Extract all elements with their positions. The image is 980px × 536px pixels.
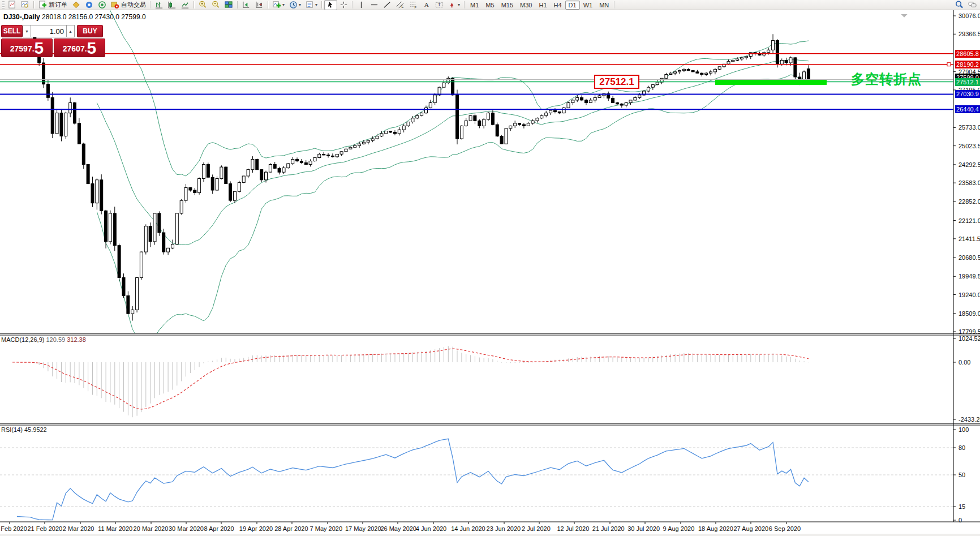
timeframe-m1-button[interactable]: M1 bbox=[467, 1, 482, 10]
toolbar-separator bbox=[237, 1, 238, 8]
timeframe-m30-button[interactable]: M30 bbox=[517, 1, 535, 10]
fibonacci-icon: F bbox=[409, 1, 418, 9]
timeframe-w1-button[interactable]: W1 bbox=[580, 1, 596, 10]
crosshair-icon bbox=[339, 1, 348, 9]
auto-scroll-button[interactable] bbox=[240, 0, 253, 10]
timeframe-mn-button[interactable]: MN bbox=[596, 1, 612, 10]
arrows-button[interactable]: ▾ bbox=[446, 0, 462, 10]
fibonacci-button[interactable]: F bbox=[407, 0, 420, 10]
search-button[interactable] bbox=[953, 0, 966, 10]
candlestick-chart-button[interactable] bbox=[166, 0, 179, 10]
timeframe-m5-button[interactable]: M5 bbox=[482, 1, 497, 10]
window-edge bbox=[0, 534, 980, 536]
mt4-terminal: 新订单自动交易▾▾▾EFAT▾M1M5M15M30H1H4D1W1MN DJ30… bbox=[0, 0, 980, 536]
sell-price-display[interactable]: 27597.5 bbox=[1, 38, 53, 57]
zoom-out-button[interactable] bbox=[209, 0, 222, 10]
ohlc-readout: 28018.0 28156.0 27430.0 27599.0 bbox=[42, 13, 146, 21]
volume-increase-button[interactable]: ▲ bbox=[66, 25, 75, 37]
chevron-down-icon[interactable]: ▾ bbox=[315, 2, 317, 7]
toolbar-separator bbox=[150, 1, 151, 8]
buy-button[interactable]: BUY bbox=[77, 25, 103, 37]
timeframe-m15-button[interactable]: M15 bbox=[498, 1, 517, 10]
price-tick: 18509.0 bbox=[958, 310, 980, 317]
line-handle[interactable] bbox=[947, 63, 951, 66]
date-label: 21 Feb 2020 bbox=[27, 525, 62, 532]
new-chart-button[interactable] bbox=[6, 0, 19, 10]
search-icon bbox=[955, 1, 964, 9]
timeframe-h4-button[interactable]: H4 bbox=[551, 1, 565, 10]
trendline-button[interactable] bbox=[381, 0, 394, 10]
profiles-button[interactable] bbox=[19, 0, 32, 10]
timeframe-h1-button[interactable]: H1 bbox=[535, 1, 550, 10]
price-badge-27030.9: 27030.9 bbox=[955, 90, 980, 98]
buy-price-main: 27607 bbox=[63, 41, 85, 56]
indicators-button[interactable]: ▾ bbox=[270, 0, 287, 10]
chat-button[interactable] bbox=[966, 0, 979, 10]
profiles-icon bbox=[21, 1, 29, 9]
chart-shift-button[interactable] bbox=[253, 0, 266, 10]
arrows-icon bbox=[448, 1, 457, 9]
signals-icon bbox=[98, 1, 106, 9]
toolbar-grip bbox=[2, 1, 5, 8]
price-tick: 17799.5 bbox=[958, 328, 980, 335]
macd-indicator-label: MACD(12,26,9) 120.59 312.38 bbox=[1, 336, 86, 343]
periods-button[interactable]: ▾ bbox=[287, 0, 303, 10]
new-order-button-label: 新订单 bbox=[49, 1, 67, 9]
auto-trading-button[interactable]: 自动交易 bbox=[109, 0, 148, 10]
one-click-trade-widget: SELL ▼ ▲ BUY 27597.5 27607.5 bbox=[1, 25, 106, 57]
volume-input[interactable] bbox=[31, 25, 66, 37]
date-label: 11 Mar 2020 bbox=[98, 525, 132, 532]
chevron-down-icon[interactable]: ▾ bbox=[458, 2, 460, 7]
text-label-icon: T bbox=[435, 1, 444, 9]
price-badge-28190.2: 28190.2 bbox=[955, 61, 980, 68]
date-label: 21 Jul 2020 bbox=[592, 525, 625, 532]
price-tick: 19240.0 bbox=[958, 291, 980, 298]
buy-price-display[interactable]: 27607.5 bbox=[54, 38, 105, 57]
text-label-button[interactable]: T bbox=[433, 0, 446, 10]
pivot-band[interactable] bbox=[715, 80, 827, 85]
quotes-button[interactable] bbox=[70, 0, 83, 10]
svg-text:E: E bbox=[401, 5, 403, 8]
pivot-price-annotation[interactable]: 27512.1 bbox=[594, 75, 639, 89]
date-label: 8 Apr 2020 bbox=[204, 525, 234, 532]
candlestick-chart-icon bbox=[168, 1, 177, 9]
pivot-text-annotation[interactable]: 多空转折点 bbox=[851, 70, 922, 88]
date-label: 14 Jun 2020 bbox=[451, 525, 485, 532]
chevron-down-icon[interactable]: ▾ bbox=[282, 2, 285, 7]
chart-canvas[interactable] bbox=[0, 0, 980, 536]
date-label: 23 Jun 2020 bbox=[487, 525, 521, 532]
line-chart-button[interactable] bbox=[179, 0, 192, 10]
price-tick: 21411.5 bbox=[958, 235, 980, 242]
auto-scroll-icon bbox=[242, 1, 251, 9]
crosshair-button[interactable] bbox=[337, 0, 350, 10]
timeframe-d1-button[interactable]: D1 bbox=[565, 1, 580, 10]
new-order-button[interactable]: 新订单 bbox=[36, 0, 70, 10]
date-label: 17 May 2020 bbox=[345, 525, 381, 532]
macd-signal-value: 312.38 bbox=[67, 336, 86, 343]
price-badge-28605.8: 28605.8 bbox=[955, 50, 980, 58]
horizontal-line-button[interactable] bbox=[368, 0, 381, 10]
bar-chart-button[interactable] bbox=[153, 0, 166, 10]
date-label: 12 Feb 2020 bbox=[0, 525, 27, 532]
price-tick: 20680.5 bbox=[958, 254, 980, 261]
signals-button[interactable] bbox=[96, 0, 109, 10]
autotrade-icon bbox=[111, 1, 119, 9]
zoom-in-button[interactable] bbox=[196, 0, 209, 10]
sell-button[interactable]: SELL bbox=[1, 25, 23, 37]
text-button[interactable]: A bbox=[420, 0, 433, 10]
text-icon: A bbox=[422, 1, 431, 9]
templates-button[interactable]: ▾ bbox=[303, 0, 320, 10]
macd-tick: 1024.52 bbox=[958, 335, 980, 342]
volume-decrease-button[interactable]: ▼ bbox=[23, 25, 31, 37]
date-label: 6 Sep 2020 bbox=[769, 525, 801, 532]
chevron-down-icon[interactable]: ▾ bbox=[299, 2, 301, 7]
channel-button[interactable]: E bbox=[394, 0, 407, 10]
vertical-line-button[interactable] bbox=[355, 0, 368, 10]
date-label: 30 Jul 2020 bbox=[627, 525, 660, 532]
tile-windows-button[interactable] bbox=[222, 0, 235, 10]
svg-text:T: T bbox=[438, 2, 441, 7]
price-badge-26440.4: 26440.4 bbox=[955, 105, 980, 113]
sell-price-pips: 5 bbox=[35, 40, 44, 56]
cursor-button[interactable] bbox=[324, 0, 337, 10]
community-button[interactable] bbox=[83, 0, 96, 10]
